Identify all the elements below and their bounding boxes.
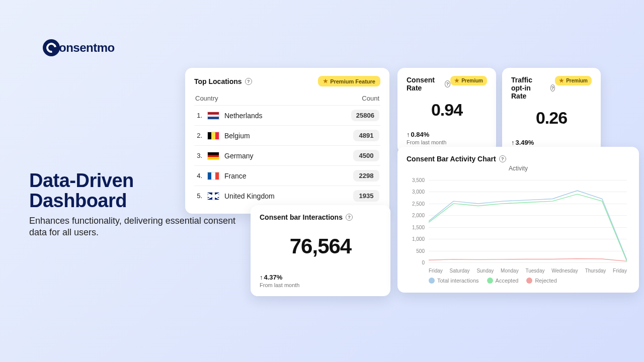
- activity-chart-card: Consent Bar Activity Chart ? Activity 05…: [397, 147, 639, 293]
- x-tick: Sunday: [476, 268, 494, 274]
- top-locations-title: Top Locations ?: [194, 77, 252, 85]
- interactions-card: Consent bar Interactions ? 76,564 ↑4.37%…: [251, 205, 390, 296]
- x-tick: Tuesday: [525, 268, 544, 274]
- table-row: 4. France 2298: [194, 165, 380, 186]
- count-value: 4500: [353, 150, 379, 161]
- x-tick: Saturday: [450, 268, 470, 274]
- table-row: 5. United Kingdom 1935: [194, 186, 380, 206]
- consent-rate-title: Consent Rate: [407, 76, 442, 92]
- column-country-header: Country: [195, 95, 218, 102]
- count-value: 2298: [353, 170, 379, 182]
- help-icon[interactable]: ?: [346, 214, 353, 221]
- premium-badge[interactable]: ★Premium: [555, 76, 592, 85]
- chart-legend: Total interactions Accepted Rejected: [407, 278, 630, 284]
- from-last-month: From last month: [407, 139, 487, 145]
- count-value: 1935: [353, 190, 379, 202]
- traffic-rate-value: 0.26: [511, 108, 592, 128]
- count-value: 25806: [351, 110, 379, 121]
- premium-badge[interactable]: ★Premium: [450, 76, 487, 85]
- rank: 3.: [195, 152, 202, 159]
- rank: 1.: [195, 112, 202, 119]
- count-value: 4891: [353, 130, 379, 141]
- help-icon[interactable]: ?: [499, 155, 506, 162]
- help-icon[interactable]: ?: [550, 84, 555, 92]
- x-tick: Monday: [501, 268, 519, 274]
- rank: 5.: [195, 192, 202, 200]
- arrow-up-icon: ↑: [407, 131, 410, 138]
- country-name: Netherlands: [224, 112, 263, 120]
- consent-rate-card: Consent Rate ? ★Premium 0.94 ↑0.84% From…: [397, 68, 496, 153]
- interactions-value: 76,564: [260, 234, 381, 258]
- country-name: France: [224, 172, 247, 180]
- activity-title: Consent Bar Activity Chart: [407, 155, 496, 163]
- country-name: Germany: [224, 152, 254, 160]
- traffic-rate-title: Traffic opt-in Rate: [511, 76, 547, 100]
- line-chart: 05001,0001,5002,0002,5003,0003,500 Frida…: [407, 175, 630, 276]
- flag-icon: [207, 172, 219, 180]
- star-icon: ★: [454, 77, 459, 84]
- chart-subtitle: Activity: [407, 165, 630, 172]
- x-tick: Friday: [613, 268, 627, 274]
- table-row: 3. Germany 4500: [194, 145, 380, 165]
- x-tick: Friday: [429, 268, 443, 274]
- rank: 2.: [195, 132, 202, 139]
- flag-icon: [207, 152, 219, 160]
- table-row: 2. Belgium 4891: [194, 125, 380, 145]
- interactions-delta: ↑4.37%: [260, 274, 381, 281]
- star-icon: ★: [323, 78, 328, 84]
- consent-rate-delta: ↑0.84%: [407, 131, 487, 138]
- country-name: Belgium: [224, 132, 250, 140]
- column-count-header: Count: [362, 95, 379, 102]
- logo-mark-icon: [43, 39, 60, 56]
- brand-logo: onsentmo: [43, 39, 115, 56]
- help-icon[interactable]: ?: [245, 78, 252, 85]
- x-tick: Wednesday: [551, 268, 578, 274]
- star-icon: ★: [559, 77, 564, 84]
- table-row: 1. Netherlands 25806: [194, 105, 380, 125]
- traffic-rate-delta: ↑3.49%: [511, 139, 592, 146]
- page-subtitle: Enhances functionality, delivering essen…: [29, 215, 240, 239]
- premium-badge[interactable]: ★ Premium Feature: [318, 76, 380, 86]
- from-last-month: From last month: [260, 282, 381, 288]
- flag-icon: [207, 112, 219, 120]
- arrow-up-icon: ↑: [511, 139, 515, 146]
- consent-rate-value: 0.94: [407, 100, 487, 120]
- rank: 4.: [195, 172, 202, 179]
- brand-name: onsentmo: [59, 41, 115, 55]
- top-locations-card: Top Locations ? ★ Premium Feature Countr…: [185, 68, 389, 214]
- x-tick: Thursday: [585, 268, 606, 274]
- flag-icon: [207, 192, 219, 200]
- help-icon[interactable]: ?: [445, 80, 450, 87]
- interactions-title: Consent bar Interactions: [260, 213, 343, 221]
- arrow-up-icon: ↑: [260, 274, 263, 281]
- flag-icon: [207, 132, 219, 140]
- country-name: United Kingdom: [224, 192, 275, 200]
